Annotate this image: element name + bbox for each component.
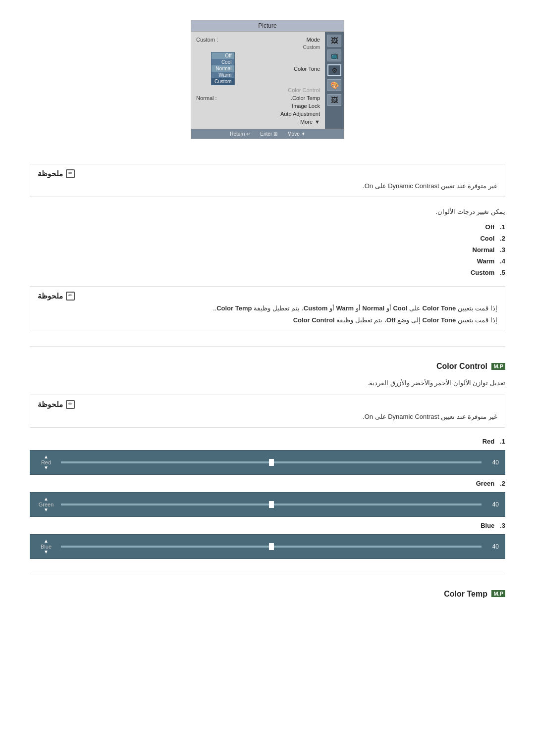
color-control-title: Color Control	[436, 362, 487, 370]
color-temp-heading: M.P Color Temp	[30, 589, 505, 599]
green-slider-label-block: ▲ Green ▼	[36, 497, 56, 512]
colortemp-value: : Normal	[196, 95, 217, 101]
icon-settings[interactable]: ⚙	[327, 64, 341, 76]
move-btn[interactable]: ✦ Move	[287, 131, 305, 137]
colortone-label: Color Tone	[294, 66, 320, 72]
dropdown-off[interactable]: Off	[212, 52, 234, 59]
blue-slider-thumb[interactable]	[269, 543, 274, 550]
custom-row: Custom	[196, 44, 320, 51]
note3-icon: ✏	[66, 400, 75, 409]
note1-title: ملحوظة	[38, 169, 63, 178]
menu-footer: ✦ Move ⊞ Enter ↩ Return	[191, 129, 344, 139]
dropdown-custom[interactable]: Custom	[212, 78, 234, 85]
mode-row: Mode : Custom	[196, 36, 320, 44]
list-items: 1. Off 2. Cool 3. Normal 4. Warm 5. Cust…	[30, 223, 505, 276]
blue-slider-label: Blue	[41, 544, 52, 550]
enter-btn[interactable]: ⊞ Enter	[260, 131, 277, 137]
green-up-arrow[interactable]: ▲	[44, 497, 49, 502]
dropdown-normal[interactable]: Normal	[212, 65, 234, 72]
colortone-dropdown[interactable]: Off Cool Normal Warm Custom	[211, 52, 235, 85]
picture-menu: Picture 🖼 📺 ⚙ 🎨 🖼 Mode : Custom Custom	[191, 20, 344, 139]
red-label: Red	[482, 438, 495, 445]
list-item-4: 4. Warm	[30, 257, 505, 265]
move-icon: ✦	[301, 131, 305, 137]
green-slider-value: 40	[486, 501, 499, 508]
return-btn[interactable]: ↩ Return	[230, 131, 250, 137]
green-slider-thumb[interactable]	[269, 501, 274, 508]
color-temp-title: Color Temp	[444, 589, 487, 598]
green-label-row: 2. Green	[30, 480, 505, 487]
list-item-1: 1. Off	[30, 223, 505, 231]
green-slider-container[interactable]: ▲ Green ▼ 40	[30, 492, 505, 517]
icon-display[interactable]: 📺	[327, 50, 341, 61]
list-item-3: 3. Normal	[30, 246, 505, 253]
note2-text1: إذا قمت بتعيين Color Tone على Cool أو No…	[38, 303, 497, 314]
green-slider-label: Green	[39, 502, 54, 507]
blue-label-row: 3. Blue	[30, 522, 505, 529]
note2-icon: ✏	[66, 292, 75, 301]
dropdown-cool[interactable]: Cool	[212, 59, 234, 65]
note1-box: ✏ ملحوظة غير متوفرة عند تعيين Dynamic Co…	[30, 164, 505, 197]
red-label-row: 1. Red	[30, 438, 505, 445]
return-icon: ↩	[246, 131, 250, 137]
red-slider-value: 40	[486, 459, 499, 466]
top-section: Picture 🖼 📺 ⚙ 🎨 🖼 Mode : Custom Custom	[0, 0, 535, 154]
color-control-prefix: M.P	[491, 363, 505, 370]
red-slider-container[interactable]: ▲ Red ▼ 40	[30, 450, 505, 475]
colorcontrol-row: Color Control	[196, 86, 320, 94]
divider-1	[30, 346, 505, 347]
red-slider-label: Red	[41, 459, 51, 465]
note3-box: ✏ ملحوظة غير متوفرة عند تعيين Dynamic Co…	[30, 395, 505, 428]
green-slider-track[interactable]	[61, 504, 482, 505]
mode-value: : Custom	[196, 37, 218, 43]
menu-body: 🖼 📺 ⚙ 🎨 🖼 Mode : Custom Custom Color Ton…	[191, 32, 344, 129]
blue-slider-track[interactable]	[61, 546, 482, 548]
note1-text-content: غير متوفرة عند تعيين Dynamic Contrast عل…	[363, 182, 497, 190]
colorcontrol-label: Color Control	[288, 87, 320, 93]
red-down-arrow[interactable]: ▼	[44, 465, 49, 470]
note2-box: ✏ ملحوظة إذا قمت بتعيين Color Tone على C…	[30, 286, 505, 332]
note2-title: ملحوظة	[38, 292, 63, 301]
note1-icon: ✏	[66, 169, 75, 178]
menu-content: Mode : Custom Custom Color Tone Off Cool…	[191, 32, 325, 129]
note3-title: ملحوظة	[38, 400, 63, 409]
blue-number: 3.	[500, 522, 505, 529]
color-control-heading: M.P Color Control	[30, 361, 505, 371]
dropdown-warm[interactable]: Warm	[212, 72, 234, 78]
return-label: Return	[230, 131, 245, 137]
colortone-row: Color Tone Off Cool Normal Warm Custom	[196, 51, 320, 86]
more-arrow: ▼	[315, 119, 320, 125]
blue-down-arrow[interactable]: ▼	[44, 550, 49, 554]
note1-text: غير متوفرة عند تعيين Dynamic Contrast عل…	[38, 181, 497, 192]
icon-image[interactable]: 🖼	[327, 94, 341, 106]
divider-2	[30, 574, 505, 574]
list-item-2: 2. Cool	[30, 235, 505, 242]
red-up-arrow[interactable]: ▲	[44, 454, 49, 459]
blue-slider-container[interactable]: ▲ Blue ▼ 40	[30, 534, 505, 559]
blue-slider-label-block: ▲ Blue ▼	[36, 539, 56, 554]
icon-color[interactable]: 🎨	[327, 79, 341, 91]
desc-text: يمكن تغيير درجات الألوان.	[30, 207, 505, 217]
more-row[interactable]: ▼ More	[196, 118, 320, 125]
color-temp-prefix: M.P	[491, 590, 505, 597]
blue-up-arrow[interactable]: ▲	[44, 539, 49, 544]
green-down-arrow[interactable]: ▼	[44, 507, 49, 512]
red-slider-label-block: ▲ Red ▼	[36, 454, 56, 470]
green-label: Green	[476, 480, 495, 487]
blue-slider-value: 40	[486, 543, 499, 550]
list-item-5: 5. Custom	[30, 269, 505, 276]
note3-text: غير متوفرة عند تعيين Dynamic Contrast عل…	[38, 412, 497, 422]
color-control-desc: تعديل توازن الألوان الأحمر والأخضر والأز…	[30, 378, 505, 389]
move-label: Move	[287, 131, 299, 137]
note3-header: ✏ ملحوظة	[38, 400, 497, 409]
note2-header: ✏ ملحوظة	[38, 292, 497, 301]
red-slider-thumb[interactable]	[269, 459, 274, 466]
enter-label: Enter	[260, 131, 272, 137]
icon-picture[interactable]: 🖼	[327, 35, 341, 47]
blue-label: Blue	[481, 522, 494, 529]
colortemp-row: Color Temp. : Normal	[196, 94, 320, 102]
red-slider-track[interactable]	[61, 461, 482, 463]
enter-icon: ⊞	[273, 131, 277, 137]
menu-icons: 🖼 📺 ⚙ 🎨 🖼	[325, 32, 344, 129]
more-label[interactable]: More	[300, 119, 313, 125]
